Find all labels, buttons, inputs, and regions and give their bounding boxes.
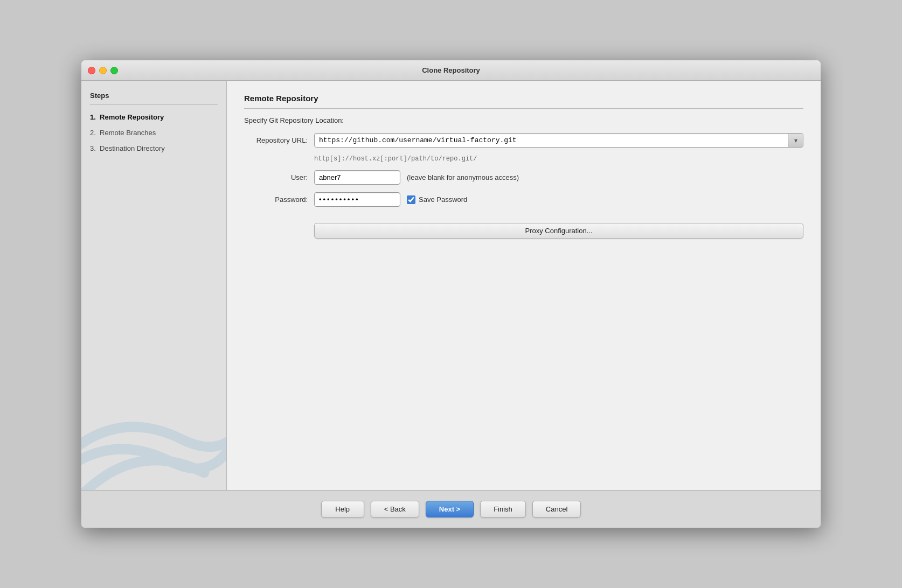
- repository-url-row: Repository URL:: [244, 133, 803, 148]
- sidebar: Steps 1. Remote Repository 2. Remote Bra…: [81, 81, 227, 490]
- footer: Help < Back Next > Finish Cancel: [81, 490, 821, 528]
- section-title: Remote Repository: [244, 94, 803, 109]
- user-input[interactable]: [314, 170, 400, 185]
- next-button[interactable]: Next >: [426, 501, 474, 517]
- help-button[interactable]: Help: [321, 501, 364, 517]
- step-1-number: 1.: [90, 113, 100, 121]
- save-password-label: Save Password: [419, 195, 467, 204]
- repository-url-input-wrapper[interactable]: [314, 133, 803, 148]
- close-button[interactable]: [88, 67, 95, 74]
- sidebar-step-2: 2. Remote Branches: [90, 125, 218, 141]
- form-description: Specify Git Repository Location:: [244, 116, 803, 124]
- repository-url-label: Repository URL:: [244, 136, 314, 144]
- window-controls: [88, 67, 118, 74]
- cancel-button[interactable]: Cancel: [532, 501, 581, 517]
- repository-url-dropdown[interactable]: [788, 134, 803, 147]
- sidebar-step-1: 1. Remote Repository: [90, 110, 218, 125]
- password-label: Password:: [244, 195, 314, 204]
- minimize-button[interactable]: [99, 67, 107, 74]
- repository-url-hint: http[s]://host.xz[:port]/path/to/repo.gi…: [314, 155, 803, 163]
- user-label: User:: [244, 173, 314, 181]
- title-bar: Clone Repository: [81, 60, 821, 81]
- step-1-label: Remote Repository: [100, 113, 164, 121]
- right-panel: Remote Repository Specify Git Repository…: [227, 81, 821, 490]
- watermark-graphic: [81, 350, 227, 490]
- anonymous-hint: (leave blank for anonymous access): [407, 173, 519, 181]
- step-3-number: 3.: [90, 144, 100, 152]
- window-title: Clone Repository: [422, 66, 480, 74]
- save-password-wrapper: Save Password: [407, 195, 467, 204]
- user-row: User: (leave blank for anonymous access): [244, 170, 803, 185]
- repository-url-input[interactable]: [315, 134, 788, 147]
- main-content: Steps 1. Remote Repository 2. Remote Bra…: [81, 81, 821, 490]
- password-row: Password: Save Password: [244, 192, 803, 207]
- maximize-button[interactable]: [110, 67, 118, 74]
- clone-repository-window: Clone Repository Steps 1. Remote Reposit…: [81, 60, 821, 528]
- finish-button[interactable]: Finish: [480, 501, 526, 517]
- step-2-number: 2.: [90, 129, 100, 137]
- back-button[interactable]: < Back: [371, 501, 419, 517]
- password-input[interactable]: [314, 192, 400, 207]
- step-2-label: Remote Branches: [100, 129, 156, 137]
- step-3-label: Destination Directory: [100, 144, 165, 152]
- steps-label: Steps: [90, 92, 218, 104]
- proxy-configuration-button[interactable]: Proxy Configuration...: [314, 223, 803, 239]
- save-password-checkbox[interactable]: [407, 195, 415, 204]
- sidebar-step-3: 3. Destination Directory: [90, 141, 218, 157]
